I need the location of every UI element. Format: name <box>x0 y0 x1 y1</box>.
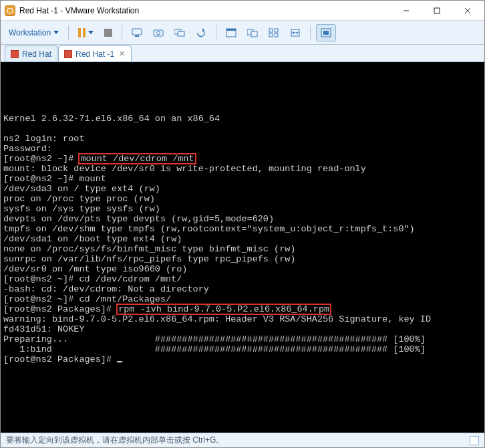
terminal-line: [root@ns2 ~]# cd /mnt/Packages/ <box>3 294 171 304</box>
svg-rect-11 <box>178 31 184 36</box>
separator <box>216 25 216 40</box>
app-icon <box>5 5 15 16</box>
svg-point-9 <box>157 31 160 35</box>
svg-rect-16 <box>251 31 257 37</box>
tab-label: Red Hat -1 <box>75 49 114 59</box>
vm-icon <box>64 50 72 58</box>
text-cursor <box>117 361 122 362</box>
terminal-line: fd431d51: NOKEY <box>3 324 85 334</box>
vm-tabs: Red Hat Red Hat -1 ✕ <box>1 45 484 62</box>
chevron-down-icon <box>53 31 59 34</box>
status-bar: 要将输入定向到该虚拟机，请在虚拟机内部单击或按 Ctrl+G。 <box>1 433 484 447</box>
thumbnail-button[interactable] <box>265 24 283 41</box>
separator <box>122 25 122 40</box>
svg-marker-4 <box>53 31 59 34</box>
camera-icon <box>153 28 164 37</box>
ctrl-alt-del-icon <box>132 28 142 37</box>
stretch-button[interactable] <box>286 24 305 41</box>
svg-marker-5 <box>88 31 94 34</box>
terminal-line: 1:bind #################################… <box>3 344 426 354</box>
vm-icon <box>11 50 19 58</box>
svg-rect-8 <box>154 30 163 36</box>
terminal-line: Password: <box>3 144 52 154</box>
terminal-line: mount: block device /dev/sr0 is write-pr… <box>3 164 366 174</box>
svg-rect-20 <box>275 33 278 37</box>
snapshot-manager-button[interactable] <box>170 24 189 41</box>
fullscreen-button[interactable] <box>222 24 240 41</box>
terminal-line: warning: bind-9.7.0-5.P2.el6.x86_64.rpm:… <box>3 314 431 324</box>
terminal-line: /dev/sda1 on /boot type ext4 (rw) <box>3 234 182 244</box>
pause-icon <box>78 28 86 37</box>
terminal-line: tmpfs on /dev/shm type tmpfs (rw,rootcon… <box>3 224 415 234</box>
terminal-line: Kernel 2.6.32-71.el6.x86_64 on an x86_64 <box>3 114 220 124</box>
tab-redhat[interactable]: Red Hat <box>5 45 57 62</box>
status-icon[interactable] <box>470 436 479 445</box>
terminal-line: [root@ns2 Packages]# rpm -ivh bind-9.7.0… <box>3 304 331 314</box>
window-title: Red Hat -1 - VMware Workstation <box>19 6 391 15</box>
separator <box>68 25 69 40</box>
terminal-line: ns2 login: root <box>3 134 85 144</box>
terminal-line: [root@ns2 ~]# cd /dev/cdrom /mnt/ <box>3 274 182 284</box>
highlighted-command: mount /dev/cdrom /mnt <box>79 154 195 164</box>
revert-snapshot-button[interactable] <box>192 24 210 41</box>
tab-redhat-1[interactable]: Red Hat -1 ✕ <box>58 45 132 62</box>
send-ctrl-alt-del-button[interactable] <box>128 24 146 41</box>
maximize-button[interactable] <box>422 1 452 21</box>
terminal-line: /dev/sda3 on / type ext4 (rw) <box>3 184 160 194</box>
terminal-line: -bash: cd: /dev/cdrom: Not a directory <box>3 284 209 294</box>
status-text: 要将输入定向到该虚拟机，请在虚拟机内部单击或按 Ctrl+G。 <box>6 435 224 446</box>
svg-rect-18 <box>275 29 278 32</box>
terminal-line: sysfs on /sys type sysfs (rw) <box>3 204 160 214</box>
separator <box>310 25 311 40</box>
workstation-menu[interactable]: Workstation <box>5 24 63 41</box>
svg-marker-24 <box>297 31 299 34</box>
unity-icon <box>247 28 258 37</box>
svg-rect-19 <box>269 33 273 37</box>
svg-rect-17 <box>269 29 273 32</box>
stop-button[interactable] <box>100 24 116 41</box>
stretch-icon <box>290 28 301 37</box>
pause-button[interactable] <box>74 24 98 41</box>
main-toolbar: Workstation <box>1 21 484 45</box>
terminal-line: sunrpc on /var/lib/nfs/rpc_pipefs type r… <box>3 254 295 264</box>
terminal-line: devpts on /dev/pts type devpts (rw,gid=5… <box>3 214 274 224</box>
autofit-button[interactable] <box>316 24 336 41</box>
thumbnail-icon <box>269 28 279 37</box>
window-titlebar: Red Hat -1 - VMware Workstation <box>1 1 484 21</box>
fullscreen-icon <box>226 28 236 37</box>
terminal-line: [root@ns2 Packages]# <box>3 354 122 364</box>
terminal-line: Preparing... ###########################… <box>3 334 426 344</box>
svg-marker-23 <box>292 31 294 34</box>
terminal-line: proc on /proc type proc (rw) <box>3 194 155 204</box>
terminal-line: none on /proc/sys/fs/binfmt_misc type bi… <box>3 244 295 254</box>
stop-icon <box>104 29 112 37</box>
snapshot-button[interactable] <box>149 24 168 41</box>
svg-rect-1 <box>434 8 440 13</box>
autofit-icon <box>321 28 331 37</box>
chevron-down-icon <box>88 31 94 34</box>
tab-label: Red Hat <box>22 49 51 59</box>
terminal-line: [root@ns2 ~]# mount /dev/cdrom /mnt <box>3 154 196 164</box>
svg-rect-26 <box>323 31 329 35</box>
highlighted-command: rpm -ivh bind-9.7.0-5.P2.el6.x86_64.rpm <box>117 304 331 314</box>
revert-icon <box>196 28 206 37</box>
terminal-line: [root@ns2 ~]# mount <box>3 174 106 184</box>
close-button[interactable] <box>452 1 483 21</box>
vm-console[interactable]: Kernel 2.6.32-71.el6.x86_64 on an x86_64… <box>1 62 484 433</box>
svg-rect-7 <box>135 35 139 37</box>
terminal-line: /dev/sr0 on /mnt type iso9660 (ro) <box>3 264 187 274</box>
svg-rect-6 <box>132 29 142 35</box>
minimize-button[interactable] <box>391 1 422 21</box>
tab-close-button[interactable]: ✕ <box>118 50 126 58</box>
unity-button[interactable] <box>243 24 262 41</box>
snapshot-manager-icon <box>174 28 185 37</box>
svg-rect-14 <box>226 29 236 31</box>
